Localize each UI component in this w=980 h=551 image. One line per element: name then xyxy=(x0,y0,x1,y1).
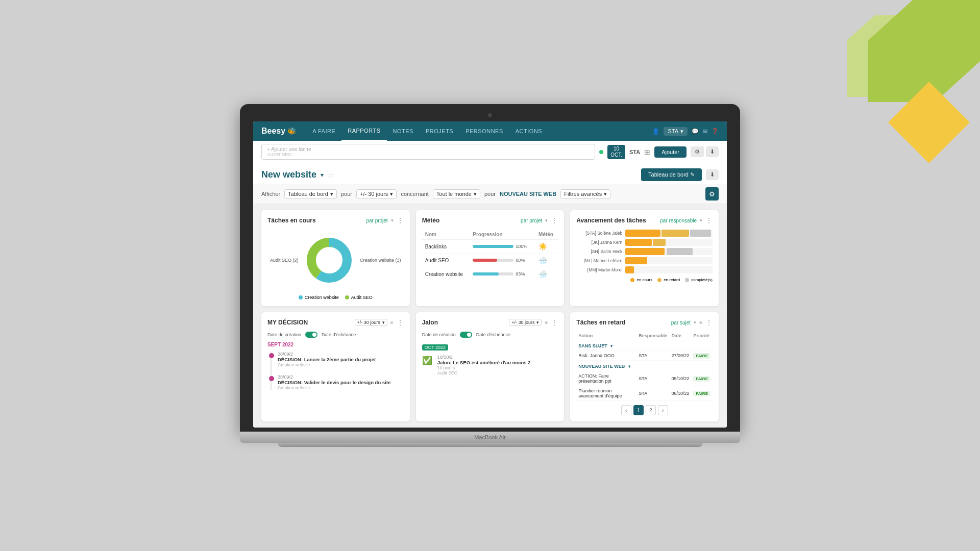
gantt-bar-container xyxy=(625,266,713,273)
nav-rapports[interactable]: RAPPORTS xyxy=(341,121,386,141)
toolbar: + Ajouter une tâche AUDIT SEO 10 OCT. ST… xyxy=(253,141,727,163)
export-button[interactable]: ⬇ xyxy=(706,169,719,180)
jalon-title: Jalon xyxy=(422,319,438,326)
meteo-header: Météo par projet ▾ ⋮ xyxy=(422,216,558,224)
decision-month: SEPT 2022 xyxy=(267,342,404,347)
header-right: Tableau de bord ✎ ⬇ xyxy=(641,168,719,181)
sans-sujet-chevron[interactable]: ▾ xyxy=(610,344,612,348)
gear-button[interactable]: ⚙ xyxy=(705,187,719,201)
filtres-avances[interactable]: Filtres avancés ▾ xyxy=(560,189,610,199)
jalon-date-toggle[interactable] xyxy=(460,332,472,338)
chat-icon[interactable]: 💬 xyxy=(692,128,699,135)
taches-options: par projet ▾ ⋮ xyxy=(366,216,403,224)
progress-bar-bg xyxy=(473,272,513,276)
taches-link[interactable]: par projet xyxy=(366,218,387,223)
col-action: Action xyxy=(576,332,636,340)
star-icon[interactable]: ☆ xyxy=(328,171,334,179)
taches-title: Tâches en cours xyxy=(267,217,316,224)
table-row: ACTION: Faire présentation ppt STA 05/10… xyxy=(576,371,713,386)
nav-personnes[interactable]: PERSONNES xyxy=(459,121,509,141)
retard-link[interactable]: par sujet xyxy=(671,320,691,325)
bar-en-cours xyxy=(625,230,660,237)
gantt-legend: en cours en retard complété(s) xyxy=(576,278,713,282)
avancement-link[interactable]: par responsable xyxy=(660,218,697,223)
screen: Beesy 🐝 A FAIRE RAPPORTS NOTES PROJETS P… xyxy=(253,121,727,428)
jalon-month: OCT 2022 xyxy=(422,342,558,355)
timeline-dot xyxy=(269,376,274,381)
download-icon[interactable]: ⬇ xyxy=(706,146,719,157)
taches-menu-icon[interactable]: ⋮ xyxy=(397,216,404,224)
title-chevron-icon[interactable]: ▾ xyxy=(321,171,324,179)
jalon-header: Jalon +/- 30 jours ▾ ≡ ⋮ xyxy=(422,318,558,327)
page-header: New website ▾ ☆ Tableau de bord ✎ ⬇ xyxy=(253,163,727,184)
laptop-bottom xyxy=(278,443,703,447)
bar-completes xyxy=(667,248,693,255)
dashboard: Tâches en cours par projet ▾ ⋮ Audit SEO… xyxy=(253,204,727,428)
gantt-bar-container xyxy=(625,230,713,237)
ajouter-button[interactable]: Ajouter xyxy=(654,146,687,158)
jalon-jours-filter[interactable]: +/- 30 jours ▾ xyxy=(509,319,542,326)
section-sans-sujet: SANS SUJET ▾ xyxy=(576,340,713,351)
meteo-title: Météo xyxy=(422,217,440,224)
progress-bar-fill xyxy=(473,259,497,262)
tableau-bord-button[interactable]: Tableau de bord ✎ xyxy=(641,168,702,181)
page-2-button[interactable]: 2 xyxy=(646,405,656,415)
nav-actions[interactable]: ACTIONS xyxy=(509,121,548,141)
retard-menu-icon[interactable]: ⋮ xyxy=(705,318,713,327)
jalon-options: +/- 30 jours ▾ ≡ ⋮ xyxy=(509,318,558,327)
pagination: ‹ 1 2 › xyxy=(576,405,713,415)
date-toggle[interactable] xyxy=(305,332,317,338)
creation-dot xyxy=(299,295,303,299)
tableau-filter[interactable]: Tableau de bord ▾ xyxy=(284,189,337,199)
gantt-row: [SH] Salim Heck xyxy=(576,248,713,255)
decision-menu-icon[interactable]: ⋮ xyxy=(397,318,404,327)
help-icon[interactable]: ❓ xyxy=(712,128,719,135)
mail-icon[interactable]: ✉ xyxy=(703,128,707,135)
task-input-sub: AUDIT SEO xyxy=(267,152,590,157)
avancement-menu-icon[interactable]: ⋮ xyxy=(705,216,713,224)
progress-bar-fill xyxy=(473,272,498,276)
next-page-button[interactable]: › xyxy=(658,405,668,415)
legend-creation: Creation website xyxy=(299,295,339,300)
gantt-label: [MM] Martin Morel xyxy=(576,267,622,272)
table-row: Backlinks 100% ☀️ xyxy=(422,240,558,254)
date-badge: 10 OCT. xyxy=(607,145,625,159)
card-jalon: Jalon +/- 30 jours ▾ ≡ ⋮ Date de créatio… xyxy=(416,312,565,421)
retard-options: par sujet ▾ ≡ ⋮ xyxy=(671,318,713,327)
col-meteo: Météo xyxy=(535,230,558,240)
retard-header: Tâches en retard par sujet ▾ ≡ ⋮ xyxy=(576,318,713,327)
meteo-link-icon: ▾ xyxy=(545,218,548,223)
bar-en-cours xyxy=(625,248,665,255)
jalon-menu-icon[interactable]: ⋮ xyxy=(551,318,558,327)
legend-audit: Audit SEO xyxy=(345,295,373,300)
gantt-row: [MM] Martin Morel xyxy=(576,266,713,273)
decision-jours-filter[interactable]: +/- 30 jours ▾ xyxy=(355,319,387,326)
row-backlinks-name: Backlinks xyxy=(422,240,470,254)
gantt-row: [STA] Solène Jaleb xyxy=(576,230,713,237)
nouveau-site-chevron[interactable]: ▾ xyxy=(628,364,630,369)
gantt-label: [ML] Marine Lefèvre xyxy=(576,258,622,263)
laptop-base: MacBook Air xyxy=(240,432,740,443)
donut-container: Audit SEO (2) Creation website (3) xyxy=(267,230,404,291)
col-nom: Nom xyxy=(422,230,470,240)
grid-icon: ⊞ xyxy=(644,148,650,156)
nav-a-faire[interactable]: A FAIRE xyxy=(306,121,341,141)
settings-icon[interactable]: ⚙ xyxy=(691,146,704,157)
completes-dot xyxy=(685,278,689,282)
page-1-button[interactable]: 1 xyxy=(633,405,644,415)
nav-projets[interactable]: PROJETS xyxy=(420,121,459,141)
nav-notes[interactable]: NOTES xyxy=(387,121,420,141)
user-badge[interactable]: STA ▾ xyxy=(664,127,688,136)
audit-label: Audit SEO (2) xyxy=(270,258,299,263)
monde-filter[interactable]: Tout le monde ▾ xyxy=(433,189,480,199)
meteo-link[interactable]: par projet xyxy=(521,218,542,223)
date-toggle-row: Date de création Date d'échéance xyxy=(267,332,404,338)
meteo-menu-icon[interactable]: ⋮ xyxy=(551,216,558,224)
task-input-placeholder[interactable]: + Ajouter une tâche xyxy=(267,146,590,152)
table-row: Creation website 63% 🌧️ xyxy=(422,267,558,281)
prev-page-button[interactable]: ‹ xyxy=(621,405,631,415)
progress-bar-fill xyxy=(473,245,513,248)
jours-filter[interactable]: +/- 30 jours ▾ xyxy=(356,189,397,199)
site-filter[interactable]: NOUVEAU SITE WEB xyxy=(500,191,556,197)
progress-bar-bg xyxy=(473,259,513,262)
